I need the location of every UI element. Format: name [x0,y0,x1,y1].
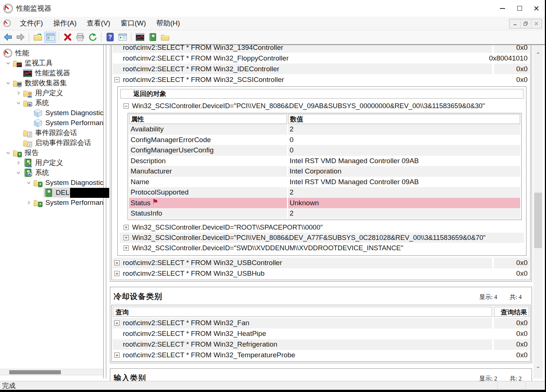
wmi-instance-row[interactable]: −Win32_SCSIController.DeviceID="PCI\\VEN… [120,101,524,111]
window-tree-icon [46,32,55,42]
sidebar-item-reports[interactable]: 报告 [0,148,103,158]
property-name: StatusInfo [129,208,287,219]
menu-item-w[interactable]: 窗口(W) [115,18,151,28]
expand-plus-icon[interactable]: + [114,320,120,326]
export-button[interactable] [32,32,44,43]
query-result: 0x0 [494,268,529,279]
query-row[interactable]: +root\cimv2:SELECT * FROM Win32_USBContr… [113,258,529,268]
refresh-button[interactable] [87,32,99,43]
chart-view-button[interactable] [134,32,146,43]
mdi-close-button[interactable] [531,19,542,28]
chevron-expanded-icon[interactable] [4,59,13,68]
sidebar-horizontal-scrollbar[interactable] [0,369,103,375]
sidebar-item-event-trace-sessions[interactable]: 1001事件跟踪会话 [0,128,103,138]
query-row[interactable]: +root\cimv2:SELECT * FROM Win32_Temperat… [113,350,529,361]
help-blue-icon: ? [106,32,115,42]
wmi-instance-row[interactable]: +Win32_SCSIController.DeviceID="PCI\\VEN… [120,233,524,243]
query-column-header: 查询 [113,307,492,317]
chevron-expanded-icon[interactable] [4,148,13,157]
query-table-header: 查询查询结果 [113,307,529,317]
menu-item-f[interactable]: 文件(F) [15,18,48,28]
collapse-minus-icon[interactable]: − [114,77,120,82]
sidebar-item-system-dcs[interactable]: 系统 [0,98,103,108]
tree-item-label: 用户定义 [35,88,63,98]
query-result: 0x0 [494,339,529,350]
expand-plus-icon[interactable]: + [114,271,120,276]
sidebar-item-system-performance-reports[interactable]: System Performance [0,197,103,207]
wmi-instance-row[interactable]: +Win32_SCSIController.DeviceID="ROOT\\SP… [120,222,524,233]
menu-item-h[interactable]: 帮助(H) [151,18,185,28]
report-pane: root\cimv2:SELECT * FROM Win32_1394Contr… [107,45,533,382]
query-row[interactable]: +root\cimv2:SELECT * FROM Win32_USBHub0x… [113,268,529,279]
close-button[interactable]: ✕ [528,0,545,17]
query-text: root\cimv2:SELECT * FROM Win32_USBHub [123,269,265,278]
query-row[interactable]: root\cimv2:SELECT * FROM Win32_HeatPipe0… [113,329,529,339]
scroll-down-icon[interactable]: ⌄ [533,363,543,369]
property-row: Status⚑Unknown [129,198,520,209]
folder-computer-icon [13,78,22,88]
sidebar-item-system-reports[interactable]: 系统 [0,168,103,178]
maximize-button[interactable] [511,0,528,17]
mdi-minimize-button[interactable] [509,19,520,28]
sidebar-item-startup-event-trace-sessions[interactable]: 1001启动事件跟踪会话 [0,138,103,148]
sidebar-item-data-collector-sets[interactable]: 数据收集器集 [0,78,103,88]
report-view-button[interactable] [146,32,158,43]
collapse-minus-icon[interactable]: − [124,103,129,109]
mdi-restore-button[interactable] [520,19,531,28]
chevron-collapsed-icon[interactable] [24,198,33,207]
scrollbar-thumb[interactable] [9,370,61,374]
chart-icon [23,68,32,78]
book-monitor-icon [23,168,32,178]
chevron-expanded-icon[interactable] [14,168,23,177]
sidebar-item-system-performance-dcs[interactable]: System Performance [0,118,103,128]
query-table: root\cimv2:SELECT * FROM Win32_1394Contr… [111,45,531,280]
delete-button[interactable] [62,32,73,43]
query-row[interactable]: −root\cimv2:SELECT * FROM Win32_SCSICont… [113,74,529,85]
pane-splitter[interactable] [104,45,106,378]
back-button[interactable] [2,32,14,43]
wmi-instance-row[interactable]: +Win32_SCSIController.DeviceID="SWD\\XVD… [120,243,524,253]
sidebar-item-user-defined-reports[interactable]: 用户定义 [0,158,103,168]
query-result: 0x0 [494,74,529,85]
expand-plus-icon[interactable]: + [124,245,129,251]
expand-plus-icon[interactable]: + [124,235,129,240]
expand-plus-icon[interactable]: + [124,225,129,230]
query-row[interactable]: root\cimv2:SELECT * FROM Win32_1394Contr… [113,45,529,53]
chevron-expanded-icon[interactable] [4,79,13,87]
folder-book-icon [33,198,43,207]
chevron-collapsed-icon[interactable] [14,89,23,97]
property-name: Status⚑ [129,198,287,209]
chevron-placeholder [24,118,33,127]
menu-item-v[interactable]: 查看(V) [82,18,115,28]
minimize-button[interactable] [494,0,511,17]
print-button[interactable] [74,32,86,43]
query-row[interactable]: root\cimv2:SELECT * FROM Win32_FloppyCon… [113,53,529,63]
tree-item-label: 启动事件跟踪会话 [35,138,91,148]
query-row[interactable]: +root\cimv2:SELECT * FROM Win32_Fan0x0 [113,318,529,329]
scroll-up-icon[interactable]: ⌃ [533,52,543,57]
chevron-collapsed-icon[interactable] [14,158,23,167]
show-console-tree-button[interactable] [44,32,56,43]
tree-item-label: 事件跟踪会话 [35,128,77,138]
sidebar-item-performance-monitor[interactable]: 性能监视器 [0,68,103,78]
help-button[interactable]: ? [104,32,116,43]
expand-plus-icon[interactable]: + [114,260,120,265]
expand-plus-icon[interactable]: + [114,353,120,358]
sidebar-item-user-defined-dcs[interactable]: 用户定义 [0,88,103,98]
sidebar-item-system-diagnostics-reports[interactable]: System Diagnostics [0,178,103,188]
vertical-scrollbar[interactable]: ⌃ ⌄ [533,45,543,378]
chart-dark-icon [135,32,145,42]
sidebar-item-performance-root[interactable]: 性能 [0,48,103,58]
scrollbar-thumb[interactable] [534,193,542,248]
chevron-expanded-icon[interactable] [24,178,33,187]
sidebar-item-system-diagnostics-dcs[interactable]: System Diagnostics [0,108,103,118]
chevron-expanded-icon[interactable] [14,99,23,107]
action-pane-button[interactable] [117,32,128,43]
report-section: 冷却设备类别显示: 4共: 4查询查询结果+root\cimv2:SELECT … [110,287,532,363]
query-row[interactable]: root\cimv2:SELECT * FROM Win32_Refrigera… [113,339,529,350]
folder-view-button[interactable] [159,32,171,43]
menu-item-a[interactable]: 操作(A) [48,18,82,28]
forward-button[interactable] [14,32,26,43]
query-row[interactable]: root\cimv2:SELECT * FROM Win32_IDEContro… [113,63,529,74]
sidebar-item-monitoring-tools[interactable]: 监视工具 [0,58,103,68]
